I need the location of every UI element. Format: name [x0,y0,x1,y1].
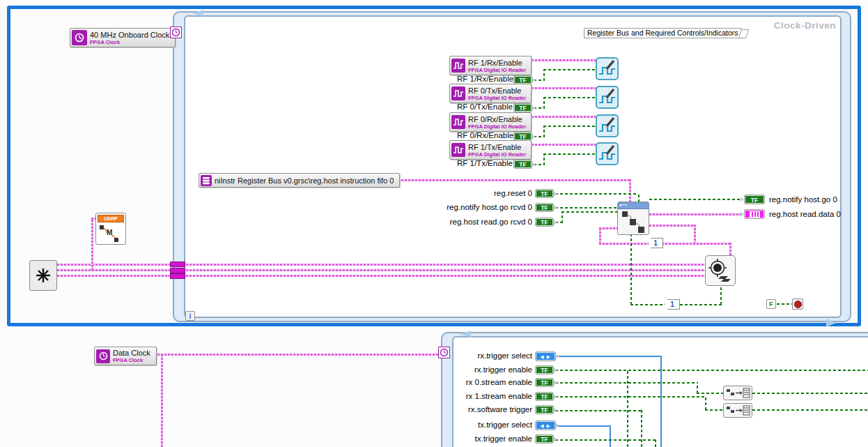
digital-write-pencil-icon[interactable] [596,86,619,109]
trigger-control-label: rx 1.stream enable [426,392,532,401]
rf-reader-node[interactable]: RF 0/Tx/Enable FPGA Digital IO Reader [449,84,532,103]
tf-control[interactable]: TF [535,203,554,212]
loop-title-clock-driven: Clock-Driven [763,20,836,31]
wire [57,269,705,271]
tf-indicator[interactable]: TF [513,160,532,169]
wire [729,243,731,255]
tf-control[interactable]: TF [535,378,554,387]
rf-reader-node[interactable]: RF 1/Rx/Enable FPGA Digital IO Reader [449,56,532,75]
register-bus-stack-icon [201,175,212,186]
trigger-control-label: rx.trigger select [426,351,532,361]
rf-reader-node[interactable]: RF 1/Tx/Enable FPGA Digital IO Reader [449,140,532,160]
wire [543,126,596,127]
reg-control-label: reg.host read.go rcvd 0 [426,218,532,227]
usrp-m-glyph: M [107,229,112,236]
wire [532,144,596,146]
digital-write-pencil-icon[interactable] [596,114,619,137]
enum-control[interactable]: ◀ ▶ [535,351,556,361]
labview-block-diagram: Clock-Driven Register Bus and Required C… [0,0,868,447]
wire [555,382,698,384]
wire [630,304,665,305]
wire [697,393,723,394]
subvi-sequence-icon[interactable]: ●┅┅ [617,202,649,235]
cluster-output-indicator[interactable] [744,209,765,219]
tf-output-indicator[interactable]: TF [744,195,765,204]
stop-dot-icon[interactable] [792,298,803,310]
register-bus-fifo-node[interactable]: niInstr Register Bus v0.grsc\reg.host in… [199,173,400,188]
wire [543,153,545,165]
wire [161,356,163,447]
wire [561,211,563,223]
wire [543,126,545,137]
rf-subtitle: FPGA Digital IO Reader [468,151,526,158]
false-constant[interactable]: F [766,299,776,309]
wire [705,396,706,410]
wire [649,199,743,200]
clock-subtitle: FPGA Clock [113,357,150,363]
trigger-control-label: rx.software trigger [426,405,532,414]
enum-control[interactable]: ◀ ▶ [535,421,556,430]
constant-one[interactable]: 1 [665,299,680,310]
usrp-banner: USRP [98,215,124,222]
digital-io-waveform-icon [451,59,465,73]
wire [543,97,596,98]
wire [752,393,868,394]
wire [694,225,696,244]
digital-io-waveform-icon [451,143,465,157]
tunnel[interactable] [170,268,185,273]
tf-control[interactable]: TF [535,218,554,227]
loop-arrow-icon [192,10,203,17]
bool-array-convert-icon[interactable] [723,403,752,418]
wire [599,243,731,245]
loop-clock-terminal[interactable] [170,26,182,38]
cluster-glyph [750,211,760,218]
wire [543,69,545,81]
rf-output-label: RF 0/Tx/Enable [457,103,511,112]
rf-subtitle: FPGA Digital IO Reader [468,67,526,73]
tf-control[interactable]: TF [535,189,554,198]
tf-indicator[interactable]: TF [513,103,532,112]
clock-title: 40 MHz Onboard Clock [90,31,169,39]
wire [630,235,632,305]
rf-output-label: RF 0/Rx/Enable [457,131,511,140]
tunnel[interactable] [170,262,185,267]
wire [649,225,695,227]
wire [555,370,868,371]
wire [610,425,611,447]
wire [629,179,631,202]
wire [557,425,610,427]
fifo-label: niInstr Register Bus v0.grsc\reg.host in… [215,176,394,185]
trigger-control-label: rx.trigger enable [426,365,532,374]
bool-array-convert-icon[interactable] [723,386,752,400]
wire [91,218,93,271]
wire [57,264,705,266]
iteration-terminal[interactable]: i [185,311,195,321]
tf-control[interactable]: TF [535,392,554,401]
digital-write-pencil-icon[interactable] [596,57,619,80]
wire [649,213,743,215]
stop-dot [794,301,802,308]
rf-output-label: RF 1/Rx/Enable [457,75,511,84]
rf-title: RF 0/Rx/Enable [468,115,526,123]
digital-io-waveform-icon [451,86,465,100]
usrp-node[interactable]: USRP M [95,213,126,245]
wire [627,370,628,447]
tf-control[interactable]: TF [535,405,554,414]
tf-control[interactable]: TF [535,434,554,444]
fpga-clock-icon [72,30,87,45]
tunnel[interactable] [170,273,185,279]
eight-point-star-icon[interactable] [29,260,57,291]
constant-one[interactable]: 1 [648,238,663,248]
target-layers-icon[interactable] [705,255,736,286]
digital-write-pencil-icon[interactable] [596,142,619,165]
reg-indicator-label: reg.host read.data 0 [769,210,841,219]
wire [532,116,596,118]
tf-control[interactable]: TF [535,365,554,374]
rf-reader-node[interactable]: RF 0/Rx/Enable FPGA Digital IO Reader [449,112,532,132]
reg-control-label: reg.notify host.go rcvd 0 [426,203,532,212]
onboard-clock-node[interactable]: 40 MHz Onboard Clock FPGA Clock [70,28,176,47]
wire [157,354,440,356]
data-clock-node[interactable]: Data Clock FPGA Clock [94,347,157,365]
wire [555,410,641,411]
rf-title: RF 1/Rx/Enable [468,59,526,67]
